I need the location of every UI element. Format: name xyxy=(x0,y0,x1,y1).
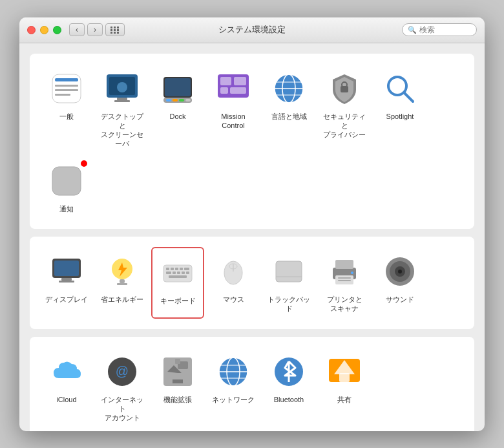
main-window: ‹ › システム環境設定 🔍 一般 xyxy=(19,17,485,431)
svg-rect-59 xyxy=(335,260,353,269)
svg-rect-61 xyxy=(338,277,351,279)
grid-icon xyxy=(110,27,120,34)
trackpad-icon xyxy=(269,252,308,291)
svg-rect-40 xyxy=(117,283,127,285)
svg-rect-43 xyxy=(171,268,174,270)
sharing-label: 共有 xyxy=(337,395,352,404)
svg-rect-45 xyxy=(180,268,183,270)
internet-label: インターネットアカウント xyxy=(98,395,146,423)
pref-sound[interactable]: サウンド xyxy=(373,247,426,319)
svg-rect-51 xyxy=(186,272,189,274)
pref-mission[interactable]: MissionControl xyxy=(207,64,260,154)
svg-rect-21 xyxy=(230,87,246,94)
svg-rect-39 xyxy=(120,279,125,283)
svg-rect-81 xyxy=(339,373,350,382)
pref-general[interactable]: 一般 xyxy=(40,64,93,154)
svg-rect-4 xyxy=(55,94,70,96)
pref-energy[interactable]: 省エネルギー xyxy=(96,247,149,319)
svg-rect-72 xyxy=(175,359,180,364)
svg-rect-50 xyxy=(182,272,185,274)
pref-keyboard[interactable]: キーボード xyxy=(151,247,204,319)
minimize-button[interactable] xyxy=(40,26,48,34)
svg-point-67 xyxy=(398,270,402,273)
svg-rect-13 xyxy=(166,99,171,101)
pref-desktop[interactable]: デスクトップとスクリーンセーバ xyxy=(96,64,149,154)
svg-rect-47 xyxy=(166,272,171,274)
svg-rect-15 xyxy=(179,99,184,101)
back-button[interactable]: ‹ xyxy=(69,23,85,36)
svg-rect-8 xyxy=(114,100,130,102)
desktop-label: デスクトップとスクリーンセーバ xyxy=(98,112,146,149)
svg-rect-42 xyxy=(166,268,169,270)
pref-internet[interactable]: @ インターネットアカウント xyxy=(96,347,149,428)
bluetooth-label: Bluetooth xyxy=(274,395,304,404)
svg-rect-14 xyxy=(173,99,178,101)
svg-text:@: @ xyxy=(116,364,129,378)
keyboard-icon xyxy=(158,253,197,292)
energy-label: 省エネルギー xyxy=(101,295,143,304)
security-icon xyxy=(325,69,364,108)
svg-rect-46 xyxy=(184,268,189,270)
svg-rect-11 xyxy=(165,78,191,96)
grid-view-button[interactable] xyxy=(105,23,125,36)
svg-rect-35 xyxy=(54,261,79,276)
sound-icon xyxy=(381,252,419,291)
svg-rect-20 xyxy=(220,87,228,94)
forward-button[interactable]: › xyxy=(87,23,103,36)
notification-icon xyxy=(47,162,86,200)
energy-icon xyxy=(103,252,142,291)
svg-rect-49 xyxy=(177,272,180,274)
network-label: ネットワーク xyxy=(212,395,255,404)
extensions-icon xyxy=(158,352,197,391)
mission-icon xyxy=(214,69,253,108)
pref-extensions[interactable]: 機能拡張 xyxy=(151,347,204,428)
close-button[interactable] xyxy=(27,26,36,34)
svg-rect-1 xyxy=(55,78,78,81)
pref-icloud[interactable]: iCloud xyxy=(40,347,93,428)
printer-label: プリンタとスキャナ xyxy=(327,295,362,314)
general-icon xyxy=(47,69,86,108)
maximize-button[interactable] xyxy=(53,26,61,34)
printer-icon xyxy=(325,252,364,291)
svg-point-9 xyxy=(117,82,127,92)
bluetooth-icon xyxy=(269,352,308,391)
pref-language[interactable]: 言語と地域 xyxy=(262,64,315,154)
svg-rect-36 xyxy=(61,278,72,281)
nav-buttons: ‹ › xyxy=(69,23,103,36)
svg-rect-56 xyxy=(276,261,302,282)
display-label: ディスプレイ xyxy=(45,295,88,304)
titlebar: ‹ › システム環境設定 🔍 xyxy=(19,17,485,43)
pref-network[interactable]: ネットワーク xyxy=(207,347,260,428)
svg-rect-16 xyxy=(185,99,191,101)
sound-label: サウンド xyxy=(386,295,414,304)
pref-security[interactable]: セキュリティとプライバシー xyxy=(318,64,371,154)
extensions-label: 機能拡張 xyxy=(163,395,192,404)
pref-trackpad[interactable]: トラックパッド xyxy=(262,247,315,319)
pref-notification[interactable]: 通知 xyxy=(40,156,93,219)
desktop-icon xyxy=(103,69,142,108)
pref-printer[interactable]: プリンタとスキャナ xyxy=(318,247,371,319)
section-personal: 一般 デスクトップとスクリーンセーバ Dock Mi xyxy=(30,54,474,229)
notification-badge xyxy=(79,159,89,168)
search-icon: 🔍 xyxy=(408,26,417,34)
svg-line-31 xyxy=(404,92,413,101)
dock-label: Dock xyxy=(169,112,185,121)
pref-bluetooth[interactable]: Bluetooth xyxy=(262,347,315,428)
svg-rect-18 xyxy=(220,77,231,85)
pref-sharing[interactable]: 共有 xyxy=(318,347,371,428)
trackpad-label: トラックパッド xyxy=(265,295,313,314)
keyboard-label: キーボード xyxy=(160,296,196,305)
search-input[interactable] xyxy=(419,25,471,34)
svg-rect-52 xyxy=(169,275,187,278)
mouse-label: マウス xyxy=(223,295,244,304)
search-box[interactable]: 🔍 xyxy=(402,23,477,36)
svg-rect-44 xyxy=(175,268,178,270)
icloud-label: iCloud xyxy=(56,395,76,404)
svg-rect-2 xyxy=(55,85,78,87)
pref-mouse[interactable]: マウス xyxy=(207,247,260,319)
svg-rect-37 xyxy=(59,281,74,283)
pref-spotlight[interactable]: Spotlight xyxy=(373,64,426,154)
pref-dock[interactable]: Dock xyxy=(151,64,204,154)
svg-rect-32 xyxy=(52,167,81,195)
pref-display[interactable]: ディスプレイ xyxy=(40,247,93,319)
